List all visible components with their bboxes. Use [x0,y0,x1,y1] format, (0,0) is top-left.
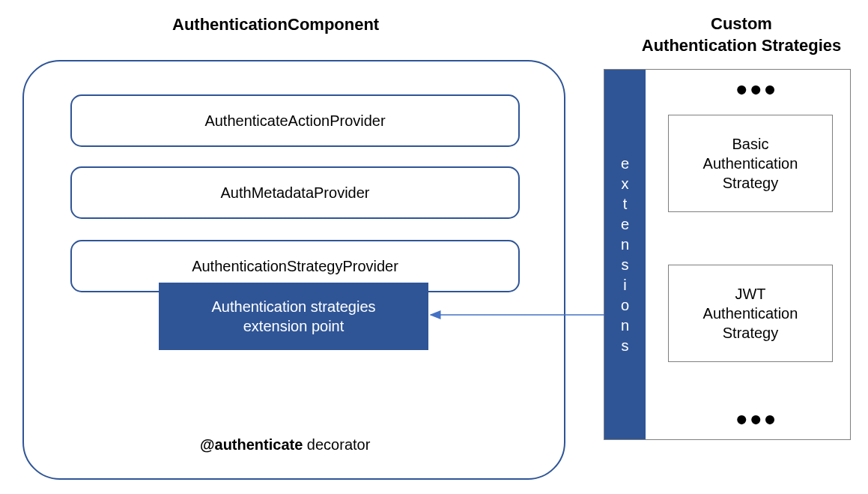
decorator-label: @authenticate decorator [200,436,370,454]
provider-box-metadata: AuthMetadataProvider [70,166,520,219]
decorator-bold: @authenticate [200,436,303,453]
decorator-rest: decorator [303,436,370,453]
extensions-bar: extensions [604,70,646,439]
strategy-box-jwt: JWT Authentication Strategy [668,265,833,362]
extension-point-box: Authentication strategies extension poin… [159,283,428,350]
strategy-box-basic: Basic Authentication Strategy [668,115,833,212]
ellipsis-bottom-icon: ●●● [735,407,778,431]
ellipsis-top-icon: ●●● [735,77,778,101]
provider-box-action: AuthenticateActionProvider [70,94,520,147]
custom-strategies-container: extensions ●●● Basic Authentication Stra… [604,69,851,440]
auth-component-title: AuthenticationComponent [172,15,379,34]
auth-component-container: AuthenticateActionProvider AuthMetadataP… [22,60,565,480]
custom-strategies-title: Custom Authentication Strategies [637,13,846,56]
